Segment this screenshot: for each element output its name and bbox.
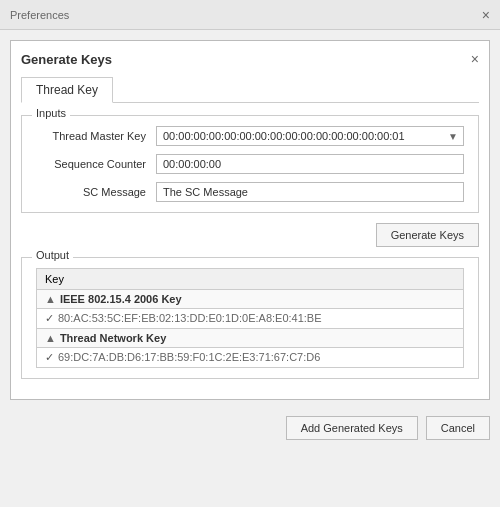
thread-master-key-input[interactable] (157, 127, 443, 145)
output-value-row: ✓80:AC:53:5C:EF:EB:02:13:DD:E0:1D:0E:A8:… (37, 309, 464, 329)
sc-message-input[interactable] (156, 182, 464, 202)
title-bar-close-icon[interactable]: × (482, 8, 490, 22)
dropdown-arrow-icon[interactable]: ▼ (443, 131, 463, 142)
dialog-header: Generate Keys × (21, 51, 479, 67)
check-icon: ✓ (45, 351, 54, 363)
output-value-row: ✓69:DC:7A:DB:D6:17:BB:59:F0:1C:2E:E3:71:… (37, 348, 464, 368)
output-group-row[interactable]: ▲Thread Network Key (37, 329, 464, 348)
output-section-label: Output (32, 249, 73, 261)
sequence-counter-input[interactable] (156, 154, 464, 174)
add-generated-keys-button[interactable]: Add Generated Keys (286, 416, 418, 440)
key-value: 80:AC:53:5C:EF:EB:02:13:DD:E0:1D:0E:A8:E… (58, 312, 322, 324)
thread-master-key-input-wrapper: ▼ (156, 126, 464, 146)
generate-keys-row: Generate Keys (21, 223, 479, 247)
thread-master-key-label: Thread Master Key (36, 130, 156, 142)
tab-thread-key[interactable]: Thread Key (21, 77, 113, 103)
expand-icon: ▲ (45, 332, 56, 344)
title-bar: Preferences × (0, 0, 500, 30)
thread-master-key-row: Thread Master Key ▼ (36, 126, 464, 146)
check-icon: ✓ (45, 312, 54, 324)
output-table-header: Key (37, 269, 464, 290)
sc-message-label: SC Message (36, 186, 156, 198)
title-bar-text: Preferences (10, 9, 69, 21)
inputs-section: Inputs Thread Master Key ▼ Sequence Coun… (21, 115, 479, 213)
footer: Add Generated Keys Cancel (0, 410, 500, 450)
tab-bar: Thread Key (21, 77, 479, 103)
key-value: 69:DC:7A:DB:D6:17:BB:59:F0:1C:2E:E3:71:6… (58, 351, 320, 363)
output-group-row[interactable]: ▲IEEE 802.15.4 2006 Key (37, 290, 464, 309)
output-section: Output Key ▲IEEE 802.15.4 2006 Key✓80:AC… (21, 257, 479, 379)
cancel-button[interactable]: Cancel (426, 416, 490, 440)
generate-keys-dialog: Generate Keys × Thread Key Inputs Thread… (10, 40, 490, 400)
sequence-counter-row: Sequence Counter (36, 154, 464, 174)
inputs-section-label: Inputs (32, 107, 70, 119)
dialog-close-icon[interactable]: × (471, 51, 479, 67)
expand-icon: ▲ (45, 293, 56, 305)
sequence-counter-label: Sequence Counter (36, 158, 156, 170)
generate-keys-button[interactable]: Generate Keys (376, 223, 479, 247)
output-table: Key ▲IEEE 802.15.4 2006 Key✓80:AC:53:5C:… (36, 268, 464, 368)
dialog-title: Generate Keys (21, 52, 112, 67)
sc-message-row: SC Message (36, 182, 464, 202)
